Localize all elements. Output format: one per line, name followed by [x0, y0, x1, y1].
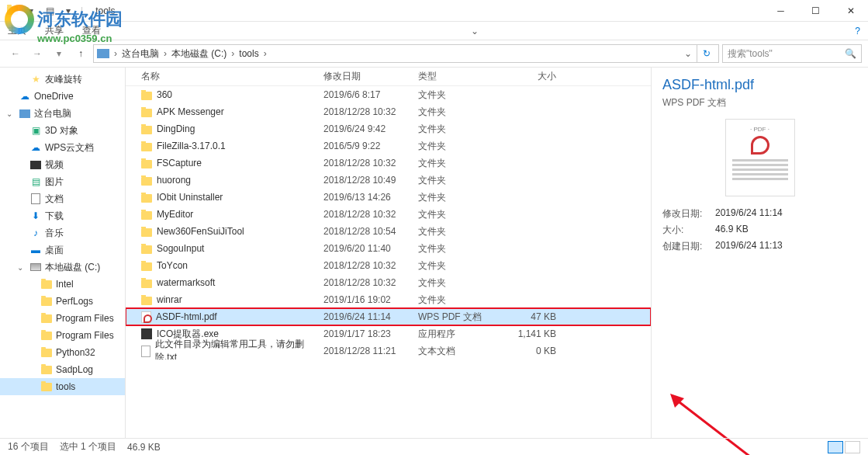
file-list: 名称 修改日期 类型 大小 3602019/6/6 8:17文件夹APK Mes… [126, 68, 651, 438]
sidebar-item-Program Files[interactable]: Program Files [0, 327, 125, 344]
file-row[interactable]: FileZilla-3.17.0.12016/5/9 9:22文件夹 [126, 137, 651, 155]
close-button[interactable]: ✕ [833, 0, 868, 22]
sidebar-item-图片[interactable]: ▤图片 [0, 173, 125, 190]
search-input[interactable]: 搜索"tools" 🔍 [722, 44, 862, 63]
status-bar: 16 个项目 选中 1 个项目 46.9 KB [0, 438, 868, 455]
folder-icon [6, 5, 19, 17]
preview-subtitle: WPS PDF 文档 [662, 96, 857, 109]
sidebar-item-OneDrive[interactable]: ☁OneDrive [0, 88, 125, 105]
details-view-button[interactable] [828, 441, 843, 453]
properties-icon[interactable]: ▤ [43, 5, 56, 17]
sidebar-item-这台电脑[interactable]: ⌄这台电脑 [0, 105, 125, 122]
file-row[interactable]: winrar2019/1/16 19:02文件夹 [126, 291, 651, 308]
breadcrumb-item[interactable]: 这台电脑 [122, 47, 159, 61]
sidebar-item-SadpLog[interactable]: SadpLog [0, 361, 125, 378]
back-button[interactable]: ← [6, 44, 25, 63]
file-row[interactable]: APK Messenger2018/12/28 10:32文件夹 [126, 103, 651, 120]
file-row[interactable]: DingDing2019/6/24 9:42文件夹 [126, 120, 651, 137]
file-row[interactable]: SogouInput2019/6/20 11:40文件夹 [126, 240, 651, 257]
help-icon[interactable]: ? [855, 26, 868, 36]
column-date[interactable]: 修改日期 [323, 70, 418, 83]
sidebar-item-文档[interactable]: 文档 [0, 190, 125, 207]
maximize-button[interactable]: ☐ [798, 0, 833, 22]
selected-count: 选中 1 个项目 [60, 440, 116, 453]
forward-button[interactable]: → [28, 44, 47, 63]
column-size[interactable]: 大小 [510, 70, 564, 83]
ribbon-expand-icon[interactable]: ⌄ [471, 26, 486, 36]
sidebar-item-本地磁盘 (C:)[interactable]: ⌄本地磁盘 (C:) [0, 259, 125, 276]
sidebar-item-Python32[interactable]: Python32 [0, 344, 125, 361]
expand-icon[interactable]: ▾ [25, 5, 37, 17]
file-row[interactable]: IObit Uninstaller2019/6/13 14:26文件夹 [126, 189, 651, 206]
qat-menu-icon[interactable]: ▾ [62, 5, 74, 17]
sidebar-item-PerfLogs[interactable]: PerfLogs [0, 293, 125, 310]
preview-pane: ASDF-html.pdf WPS PDF 文档 · PDF · 修改日期:20… [651, 68, 868, 438]
minimize-button[interactable]: ─ [763, 0, 798, 22]
up-button[interactable]: ↑ [71, 44, 90, 63]
sidebar-item-3D 对象[interactable]: ▣3D 对象 [0, 122, 125, 139]
address-bar[interactable]: › 这台电脑 › 本地磁盘 (C:) › tools › ⌄ ↻ [93, 44, 719, 63]
icons-view-button[interactable] [845, 441, 860, 453]
preview-title: ASDF-html.pdf [662, 77, 857, 93]
preview-metadata: 修改日期:2019/6/24 11:14大小:46.9 KB创建日期:2019/… [662, 207, 857, 253]
search-icon[interactable]: 🔍 [845, 48, 856, 59]
file-row[interactable]: ASDF-html.pdf2019/6/24 11:14WPS PDF 文档47… [126, 308, 651, 325]
file-row[interactable]: FSCapture2018/12/28 10:32文件夹 [126, 155, 651, 172]
sidebar-item-桌面[interactable]: ▬桌面 [0, 241, 125, 259]
refresh-icon[interactable]: ↻ [697, 45, 715, 62]
column-headers: 名称 修改日期 类型 大小 [126, 68, 651, 86]
file-row[interactable]: 3602019/6/6 8:17文件夹 [126, 86, 651, 103]
sidebar-item-视频[interactable]: 视频 [0, 156, 125, 173]
sidebar-item-音乐[interactable]: ♪音乐 [0, 224, 125, 241]
sidebar-item-Intel[interactable]: Intel [0, 276, 125, 293]
ribbon-tabs: 主页 共享 查看 ⌄ ? [0, 22, 868, 40]
selection-size: 46.9 KB [127, 442, 161, 453]
sidebar-item-WPS云文档[interactable]: ☁WPS云文档 [0, 139, 125, 156]
address-row: ← → ▾ ↑ › 这台电脑 › 本地磁盘 (C:) › tools › ⌄ ↻… [0, 40, 868, 67]
tab-home[interactable]: 主页 [6, 21, 28, 40]
breadcrumb-item[interactable]: 本地磁盘 (C:) [171, 47, 227, 61]
file-row[interactable]: 此文件目录为编辑常用工具，请勿删除.txt2018/12/28 11:21文本文… [126, 342, 651, 359]
tab-share[interactable]: 共享 [43, 21, 65, 40]
file-row[interactable]: watermarksoft2018/12/28 10:32文件夹 [126, 274, 651, 291]
file-row[interactable]: New360FenSuiJiTool2018/12/28 10:54文件夹 [126, 223, 651, 240]
file-row[interactable]: huorong2018/12/28 10:49文件夹 [126, 172, 651, 189]
window-title: tools [89, 5, 763, 16]
column-type[interactable]: 类型 [418, 70, 510, 83]
pc-icon [97, 49, 109, 58]
navigation-pane: ★友峰旋转☁OneDrive⌄这台电脑▣3D 对象☁WPS云文档视频▤图片文档⬇… [0, 68, 126, 438]
item-count: 16 个项目 [8, 440, 49, 453]
breadcrumb-item[interactable]: tools [239, 48, 258, 59]
history-dropdown[interactable]: ▾ [50, 44, 68, 63]
sidebar-item-Program Files[interactable]: Program Files [0, 310, 125, 327]
sidebar-item-友峰旋转[interactable]: ★友峰旋转 [0, 71, 125, 88]
sidebar-item-下载[interactable]: ⬇下载 [0, 207, 125, 224]
sidebar-item-tools[interactable]: tools [0, 378, 125, 395]
column-name[interactable]: 名称 [126, 70, 323, 83]
file-row[interactable]: ToYcon2018/12/28 10:32文件夹 [126, 257, 651, 274]
tab-view[interactable]: 查看 [81, 21, 102, 40]
addr-dropdown-icon[interactable]: ⌄ [684, 48, 692, 59]
preview-thumbnail: · PDF · [725, 119, 795, 196]
file-row[interactable]: MyEditor2018/12/28 10:32文件夹 [126, 206, 651, 223]
titlebar: ▾ ▤ ▾ | tools ─ ☐ ✕ [0, 0, 868, 22]
